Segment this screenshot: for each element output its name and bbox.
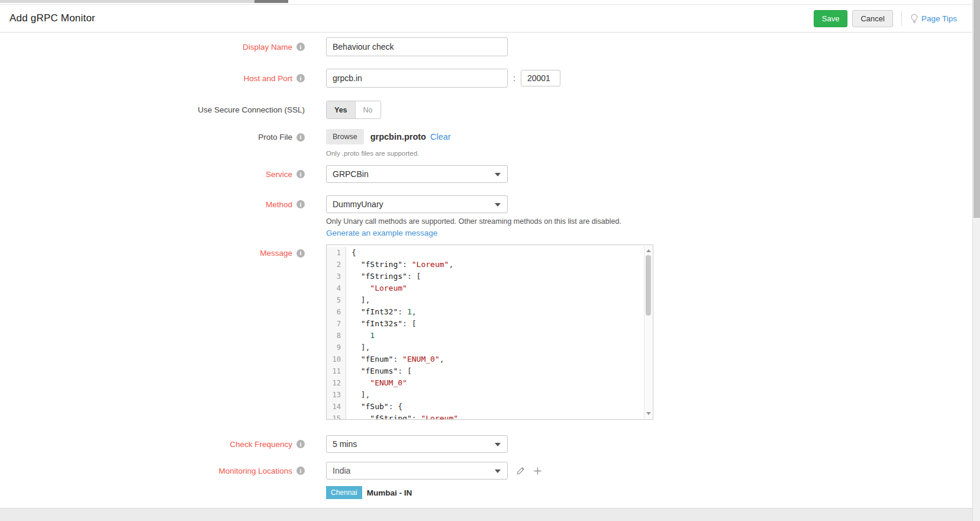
- monitoring-locations-select[interactable]: India: [326, 462, 508, 480]
- edit-locations-button[interactable]: [516, 467, 525, 475]
- code-line: 2 "fString": "Loreum",: [327, 259, 644, 271]
- header-actions: Save Cancel Page Tips: [814, 5, 957, 32]
- info-icon[interactable]: i: [296, 133, 305, 141]
- code-line: 7 "fInt32s": [: [327, 318, 644, 330]
- bottom-band: [0, 508, 972, 521]
- code-line: 4 "Loreum": [327, 282, 644, 294]
- add-location-button[interactable]: [533, 467, 542, 475]
- info-icon[interactable]: i: [296, 43, 305, 51]
- host-input[interactable]: [326, 69, 508, 88]
- check-frequency-value: 5 mins: [333, 439, 357, 449]
- caret-down-icon: [495, 443, 501, 446]
- service-label: Service: [266, 170, 292, 179]
- display-name-label: Display Name: [243, 43, 292, 52]
- plus-icon: [533, 467, 542, 475]
- info-icon[interactable]: i: [296, 249, 305, 258]
- method-select[interactable]: DummyUnary: [326, 195, 508, 213]
- code-line: 14 "fSub": {: [327, 401, 644, 413]
- service-select[interactable]: GRPCBin: [326, 165, 508, 183]
- save-button[interactable]: Save: [814, 10, 848, 27]
- page-tips-link[interactable]: Page Tips: [910, 14, 957, 24]
- host-and-port-label: Host and Port: [243, 74, 292, 83]
- code-line: 6 "fInt32": 1,: [327, 306, 644, 318]
- page-title: Add gRPC Monitor: [9, 12, 95, 24]
- monitoring-locations-label: Monitoring Locations: [218, 467, 292, 475]
- method-select-value: DummyUnary: [333, 200, 383, 209]
- caret-down-icon: [495, 469, 501, 473]
- scroll-down-icon[interactable]: [646, 412, 651, 415]
- editor-scrollbar-thumb[interactable]: [646, 255, 651, 316]
- proto-file-label: Proto File: [258, 133, 292, 141]
- port-input[interactable]: [521, 70, 560, 86]
- lightbulb-icon: [910, 14, 918, 24]
- ssl-toggle: Yes No: [326, 101, 381, 119]
- proto-file-name: grpcbin.proto: [370, 132, 426, 141]
- clear-link[interactable]: Clear: [430, 132, 451, 141]
- service-select-value: GRPCBin: [333, 169, 369, 179]
- info-icon[interactable]: i: [296, 200, 305, 208]
- page: Add gRPC Monitor Save Cancel Page Tips D…: [0, 0, 980, 521]
- display-name-input[interactable]: [326, 37, 508, 56]
- check-frequency-label: Check Frequency: [230, 440, 292, 449]
- message-code: 1{2 "fString": "Loreum",3 "fStrings": [4…: [327, 245, 644, 419]
- header-divider: [901, 11, 902, 26]
- info-icon[interactable]: i: [296, 467, 305, 475]
- browse-button[interactable]: Browse: [326, 129, 364, 144]
- info-icon[interactable]: i: [296, 170, 305, 178]
- code-line: 10 "fEnum": "ENUM_0",: [327, 353, 644, 365]
- pencil-icon: [516, 467, 525, 475]
- info-icon[interactable]: i: [296, 440, 305, 448]
- header-bar: Add gRPC Monitor Save Cancel Page Tips: [0, 4, 972, 33]
- caret-down-icon: [495, 203, 501, 207]
- caret-down-icon: [495, 173, 501, 176]
- cancel-button[interactable]: Cancel: [852, 10, 892, 27]
- page-scrollbar-thumb[interactable]: [973, 0, 980, 218]
- code-line: 1{: [327, 247, 644, 259]
- proto-file-helper: Only .proto files are supported.: [326, 150, 451, 157]
- scroll-up-icon[interactable]: [646, 249, 651, 252]
- method-label: Method: [266, 200, 292, 209]
- page-tips-label: Page Tips: [921, 14, 957, 23]
- check-frequency-select[interactable]: 5 mins: [326, 435, 508, 453]
- code-line: 5 ],: [327, 294, 644, 306]
- code-line: 9 ],: [327, 342, 644, 353]
- code-line: 12 "ENUM_0": [327, 377, 644, 389]
- monitoring-locations-value: India: [333, 466, 350, 475]
- browser-edge-strip: [0, 0, 288, 3]
- page-scrollbar[interactable]: [972, 0, 980, 521]
- code-line: 11 "fEnums": [: [327, 365, 644, 377]
- code-line: 15 "fString": "Loreum": [327, 413, 644, 419]
- info-icon[interactable]: i: [296, 74, 305, 82]
- message-label: Message: [260, 249, 292, 258]
- generate-example-message-link[interactable]: Generate an example message: [326, 229, 437, 237]
- ssl-label: Use Secure Connection (SSL): [198, 105, 305, 114]
- code-line: 13 ],: [327, 389, 644, 401]
- ssl-yes-option[interactable]: Yes: [327, 101, 356, 118]
- host-port-separator: :: [513, 73, 515, 83]
- code-line: 8 1: [327, 330, 644, 342]
- location-option-mumbai[interactable]: Mumbai - IN: [367, 488, 412, 497]
- location-chip-chennai[interactable]: Chennai: [326, 486, 362, 499]
- ssl-no-option[interactable]: No: [356, 101, 381, 118]
- browser-edge-strip-dark: [254, 0, 288, 3]
- method-helper: Only Unary call methods are supported. O…: [326, 217, 621, 226]
- editor-scrollbar[interactable]: [644, 246, 652, 419]
- code-line: 3 "fStrings": [: [327, 271, 644, 282]
- message-editor[interactable]: 1{2 "fString": "Loreum",3 "fStrings": [4…: [326, 245, 653, 420]
